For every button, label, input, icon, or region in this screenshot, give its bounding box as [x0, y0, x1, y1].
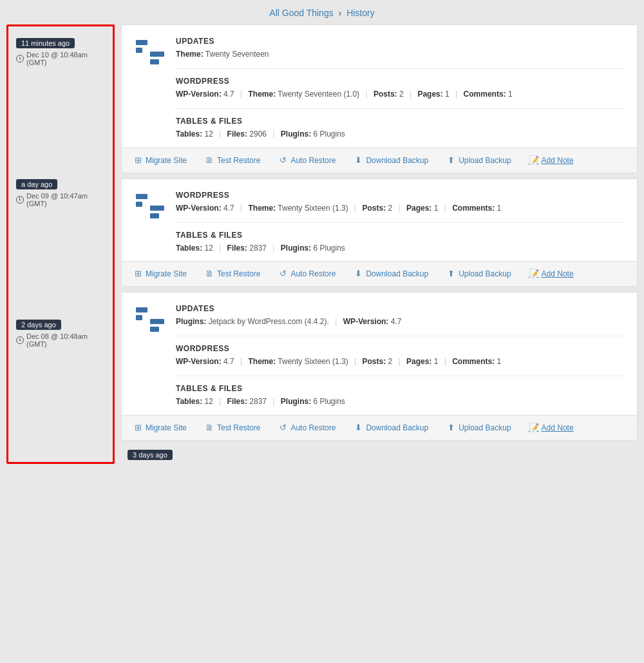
upload-icon-3: ⬆ [446, 423, 455, 432]
auto-restore-icon-3: ↺ [278, 423, 287, 432]
svg-rect-1 [136, 48, 142, 53]
migrate-site-button-1[interactable]: ⊞ Migrate Site [132, 153, 188, 168]
time-date-1: Dec 10 @ 10:48am (GMT) [16, 51, 105, 66]
svg-rect-11 [150, 327, 159, 332]
timeline-sidebar: 11 minutes ago Dec 10 @ 10:48am (GMT) a … [6, 24, 115, 464]
section-title-wp-2: WORDPRESS [176, 191, 624, 200]
timeline-spacer-1 [14, 73, 108, 174]
tables-section-3: TABLES & FILES Tables: 12 | Files: 2837 … [176, 384, 624, 408]
time-badge-2: a day ago [16, 179, 57, 189]
migrate-icon-2: ⊞ [133, 269, 142, 278]
vaultpress-logo-3 [135, 304, 166, 335]
add-note-button-1[interactable]: 📝 Add Note [528, 153, 575, 168]
card-actions-1: ⊞ Migrate Site 🗎 Test Restore ↺ Auto Res… [122, 148, 637, 173]
section-title-updates-3: UPDATES [176, 304, 624, 313]
svg-rect-2 [150, 52, 164, 57]
svg-rect-6 [150, 206, 164, 211]
timeline-entry-2: a day ago Dec 09 @ 10:47am (GMT) [14, 174, 108, 214]
svg-rect-3 [150, 59, 159, 64]
auto-restore-icon-2: ↺ [278, 269, 287, 278]
download-backup-button-3[interactable]: ⬇ Download Backup [352, 421, 430, 435]
bottom-badge-container: 3 days ago [121, 446, 638, 464]
backup-card-1: UPDATES Theme: Twenty Seventeen WORDPRES… [121, 24, 638, 173]
section-title-wp-3: WORDPRESS [176, 344, 624, 353]
add-note-button-2[interactable]: 📝 Add Note [528, 267, 575, 281]
note-icon-3: 📝 [529, 423, 538, 432]
tables-section-2: TABLES & FILES Tables: 12 | Files: 2837 … [176, 231, 624, 255]
note-icon: 📝 [529, 156, 538, 165]
download-icon-3: ⬇ [354, 423, 363, 432]
section-detail-updates-3: Plugins: Jetpack by WordPress.com (4.4.2… [176, 316, 624, 328]
time-date-3: Dec 08 @ 10:48am (GMT) [16, 332, 105, 348]
clock-icon-3 [16, 336, 24, 344]
wordpress-section-1: WORDPRESS WP-Version: 4.7 | Theme: Twent… [176, 77, 624, 109]
download-icon: ⬇ [354, 156, 363, 165]
migrate-icon-3: ⊞ [133, 423, 142, 432]
svg-rect-7 [150, 213, 159, 218]
restore-icon-3: 🗎 [205, 423, 214, 432]
auto-restore-button-1[interactable]: ↺ Auto Restore [277, 153, 337, 168]
wordpress-section-3: WORDPRESS WP-Version: 4.7 | Theme: Twent… [176, 344, 624, 376]
time-date-2: Dec 09 @ 10:47am (GMT) [16, 192, 105, 207]
svg-rect-8 [136, 307, 147, 312]
auto-restore-icon: ↺ [278, 156, 287, 165]
upload-backup-button-1[interactable]: ⬆ Upload Backup [445, 153, 512, 168]
timeline-entry-1: 11 minutes ago Dec 10 @ 10:48am (GMT) [14, 33, 108, 73]
updates-section-1: UPDATES Theme: Twenty Seventeen [176, 37, 624, 69]
timeline-spacer-3 [14, 354, 108, 456]
wordpress-section-2: WORDPRESS WP-Version: 4.7 | Theme: Twent… [176, 191, 624, 223]
section-detail-tables-3: Tables: 12 | Files: 2837 | Plugins: 6 Pl… [176, 396, 624, 408]
section-title-updates-1: UPDATES [176, 37, 624, 46]
migrate-icon: ⊞ [133, 156, 142, 165]
download-icon-2: ⬇ [354, 269, 363, 278]
breadcrumb-separator: › [339, 8, 342, 18]
backup-card-2: WORDPRESS WP-Version: 4.7 | Theme: Twent… [121, 178, 638, 287]
content-area: UPDATES Theme: Twenty Seventeen WORDPRES… [115, 24, 638, 464]
migrate-site-button-3[interactable]: ⊞ Migrate Site [132, 421, 188, 435]
section-detail-updates-1: Theme: Twenty Seventeen [176, 48, 624, 61]
note-icon-2: 📝 [529, 269, 538, 278]
svg-rect-4 [136, 194, 147, 199]
download-backup-button-1[interactable]: ⬇ Download Backup [352, 153, 430, 168]
section-detail-wp-2: WP-Version: 4.7 | Theme: Twenty Sixteen … [176, 202, 624, 215]
section-title-tables-2: TABLES & FILES [176, 231, 624, 240]
timeline-entry-3: 2 days ago Dec 08 @ 10:48am (GMT) [14, 314, 108, 354]
migrate-site-button-2[interactable]: ⊞ Migrate Site [132, 267, 188, 281]
section-title-tables-1: TABLES & FILES [176, 117, 624, 126]
restore-icon: 🗎 [205, 156, 214, 165]
section-detail-wp-1: WP-Version: 4.7 | Theme: Twenty Seventee… [176, 88, 624, 101]
card-actions-3: ⊞ Migrate Site 🗎 Test Restore ↺ Auto Res… [122, 415, 637, 440]
svg-rect-0 [136, 40, 147, 45]
auto-restore-button-3[interactable]: ↺ Auto Restore [277, 421, 337, 435]
auto-restore-button-2[interactable]: ↺ Auto Restore [277, 267, 337, 281]
svg-rect-10 [150, 319, 164, 324]
vaultpress-logo-2 [135, 191, 166, 222]
svg-rect-5 [136, 202, 142, 207]
card-info-3: UPDATES Plugins: Jetpack by WordPress.co… [176, 304, 624, 408]
time-badge-3: 2 days ago [16, 320, 61, 330]
breadcrumb-link[interactable]: All Good Things [269, 8, 333, 18]
updates-section-3: UPDATES Plugins: Jetpack by WordPress.co… [176, 304, 624, 336]
backup-card-3: UPDATES Plugins: Jetpack by WordPress.co… [121, 292, 638, 441]
clock-icon-1 [16, 55, 24, 62]
timeline-spacer-2 [14, 214, 108, 315]
test-restore-button-2[interactable]: 🗎 Test Restore [204, 267, 261, 281]
breadcrumb: All Good Things › History [0, 0, 644, 24]
test-restore-button-1[interactable]: 🗎 Test Restore [204, 153, 261, 168]
section-detail-wp-3: WP-Version: 4.7 | Theme: Twenty Sixteen … [176, 356, 624, 368]
upload-backup-button-3[interactable]: ⬆ Upload Backup [445, 421, 512, 435]
tables-section-1: TABLES & FILES Tables: 12 | Files: 2906 … [176, 117, 624, 140]
clock-icon-2 [16, 196, 24, 204]
card-info-1: UPDATES Theme: Twenty Seventeen WORDPRES… [176, 37, 624, 141]
time-badge-1: 11 minutes ago [16, 38, 75, 48]
upload-backup-button-2[interactable]: ⬆ Upload Backup [445, 267, 512, 281]
restore-icon-2: 🗎 [205, 269, 214, 278]
section-detail-tables-1: Tables: 12 | Files: 2906 | Plugins: 6 Pl… [176, 128, 624, 140]
svg-rect-9 [136, 315, 142, 320]
add-note-button-3[interactable]: 📝 Add Note [528, 421, 575, 435]
section-detail-tables-2: Tables: 12 | Files: 2837 | Plugins: 6 Pl… [176, 242, 624, 255]
test-restore-button-3[interactable]: 🗎 Test Restore [204, 421, 261, 435]
bottom-time-badge: 3 days ago [128, 450, 173, 460]
upload-icon: ⬆ [446, 156, 455, 165]
download-backup-button-2[interactable]: ⬇ Download Backup [352, 267, 430, 281]
